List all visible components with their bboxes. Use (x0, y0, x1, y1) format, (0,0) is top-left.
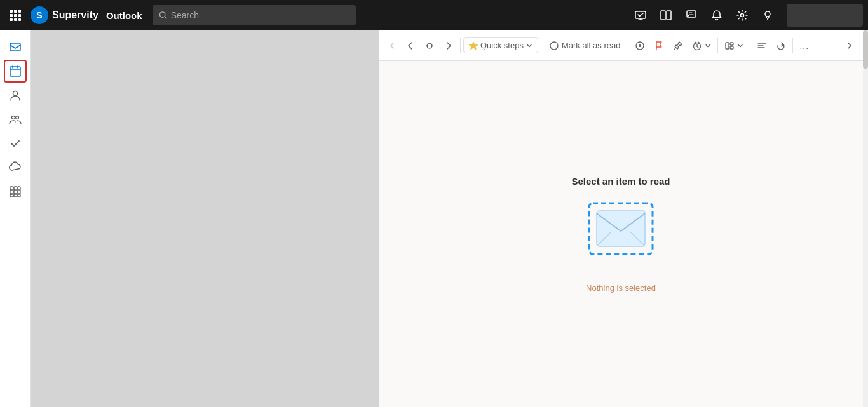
svg-rect-41 (726, 43, 729, 49)
svg-rect-33 (14, 194, 17, 197)
toolbar-separator-4 (717, 38, 718, 53)
more-options-button[interactable]: ... (796, 36, 813, 56)
sidebar-item-tasks[interactable] (4, 132, 27, 155)
more-icon: ... (799, 41, 809, 51)
layout-button[interactable] (721, 36, 747, 56)
svg-rect-30 (14, 190, 17, 194)
svg-rect-2 (18, 10, 21, 13)
sidebar-item-apps[interactable] (4, 180, 27, 203)
svg-rect-29 (10, 190, 13, 194)
mark-read-label: Mark all as read (562, 41, 620, 50)
svg-rect-19 (10, 67, 20, 76)
svg-point-24 (11, 116, 15, 119)
svg-rect-45 (597, 211, 645, 246)
toolbar-back-btn[interactable] (402, 36, 419, 56)
logo-letter: S (36, 10, 42, 20)
toolbar-undo-btn[interactable] (421, 36, 438, 56)
svg-point-15 (741, 14, 744, 17)
undo-button[interactable] (772, 36, 790, 56)
svg-line-10 (164, 17, 166, 18)
pin-button[interactable] (669, 36, 687, 56)
app-name: Outlook (106, 10, 142, 21)
svg-rect-34 (18, 194, 20, 197)
select-item-text: Select an item to read (571, 176, 670, 187)
search-icon (159, 11, 167, 20)
topbar-icon-group (629, 4, 779, 27)
quick-steps-button[interactable]: Quick steps (463, 37, 538, 53)
reading-pane: Quick steps Mark all as read (379, 30, 863, 407)
search-input[interactable] (171, 10, 349, 20)
brand-logo[interactable]: S Supervity (31, 6, 98, 24)
scrollbar-thumb[interactable] (863, 30, 868, 69)
svg-rect-3 (10, 14, 13, 17)
svg-rect-8 (18, 18, 21, 21)
nothing-selected-text: Nothing is selected (586, 283, 656, 293)
svg-rect-1 (14, 10, 17, 13)
scrollbar-track[interactable] (863, 30, 868, 407)
mail-list-area (31, 30, 379, 407)
toolbar-separator-1 (460, 38, 461, 53)
snooze-button[interactable] (688, 36, 715, 56)
svg-rect-6 (10, 18, 13, 21)
flag-button[interactable] (650, 36, 668, 56)
topbar: S Supervity Outlook (0, 0, 868, 30)
quick-steps-chevron-icon (526, 43, 532, 49)
svg-rect-12 (661, 11, 665, 20)
help-icon[interactable] (756, 4, 779, 27)
toolbar-collapse-right[interactable] (841, 36, 858, 56)
main-layout: Quick steps Mark all as read (0, 30, 868, 407)
svg-point-36 (550, 42, 558, 50)
toolbar: Quick steps Mark all as read (379, 30, 863, 61)
svg-rect-43 (730, 46, 733, 49)
mark-all-read-button[interactable]: Mark all as read (544, 38, 625, 53)
feedback-icon[interactable] (680, 4, 703, 27)
svg-rect-32 (10, 194, 13, 197)
svg-rect-4 (14, 14, 17, 17)
svg-rect-26 (10, 187, 13, 190)
toolbar-collapse-left[interactable] (384, 36, 400, 56)
svg-point-9 (159, 12, 165, 17)
svg-rect-42 (730, 43, 733, 45)
svg-point-25 (15, 116, 18, 119)
toolbar-forward-btn[interactable] (440, 36, 458, 56)
svg-rect-0 (10, 10, 13, 13)
layout-chevron-icon (737, 43, 743, 49)
grid-icon[interactable] (5, 5, 25, 25)
screen-share-icon[interactable] (629, 4, 652, 27)
account-button[interactable] (787, 4, 863, 27)
notifications-icon[interactable] (705, 4, 728, 27)
brand-name: Supervity (52, 10, 98, 21)
sidebar-item-groups[interactable] (4, 108, 27, 131)
toolbar-separator-2 (541, 38, 541, 53)
svg-rect-28 (18, 187, 20, 190)
toolbar-separator-3 (628, 38, 628, 53)
immersive-reader-button[interactable] (753, 36, 771, 56)
toolbar-separator-5 (750, 38, 750, 53)
search-box[interactable] (153, 5, 356, 25)
email-illustration (583, 197, 659, 273)
svg-rect-18 (10, 43, 20, 51)
tag-button[interactable] (631, 36, 649, 56)
svg-marker-35 (469, 42, 478, 50)
sidebar-item-mail[interactable] (4, 36, 27, 58)
logo-circle: S (31, 6, 48, 24)
svg-point-23 (13, 91, 17, 96)
sidebar-item-calendar[interactable] (4, 60, 27, 83)
svg-rect-27 (14, 187, 17, 190)
sidebar-item-cloud[interactable] (4, 156, 27, 179)
svg-rect-13 (667, 11, 671, 20)
svg-rect-7 (14, 18, 17, 21)
svg-point-16 (765, 11, 770, 17)
toolbar-separator-6 (792, 38, 793, 53)
svg-line-39 (674, 48, 675, 50)
svg-rect-31 (18, 190, 20, 194)
icon-sidebar (0, 30, 31, 407)
quick-steps-label: Quick steps (480, 41, 524, 50)
svg-rect-5 (18, 14, 21, 17)
reading-pane-content: Select an item to read Nothing is select… (379, 61, 863, 407)
svg-point-38 (639, 44, 641, 47)
split-view-icon[interactable] (654, 4, 677, 27)
snooze-chevron-icon (705, 43, 711, 49)
settings-icon[interactable] (731, 4, 754, 27)
sidebar-item-people[interactable] (4, 84, 27, 107)
